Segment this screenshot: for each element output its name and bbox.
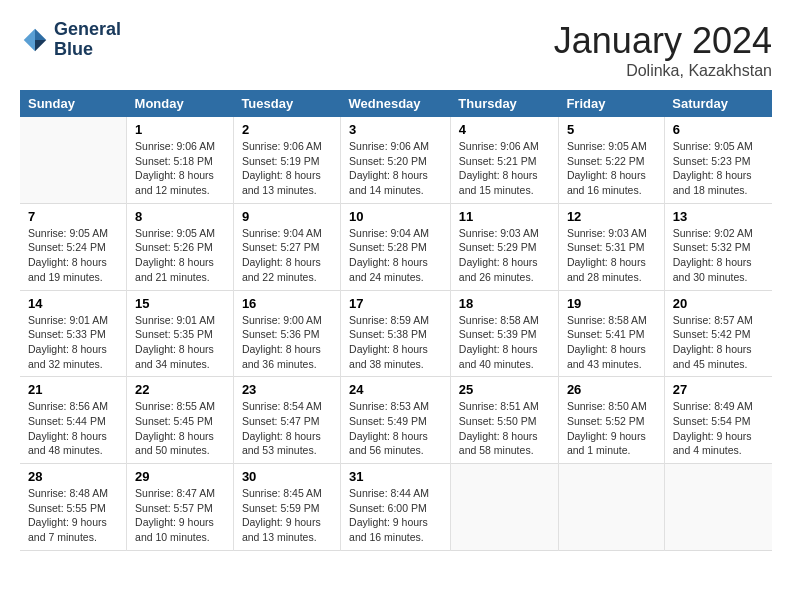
calendar-cell: 7Sunrise: 9:05 AMSunset: 5:24 PMDaylight… (20, 203, 127, 290)
day-number: 26 (567, 382, 656, 397)
day-info: Sunrise: 8:57 AMSunset: 5:42 PMDaylight:… (673, 313, 764, 372)
day-number: 3 (349, 122, 442, 137)
calendar-cell: 4Sunrise: 9:06 AMSunset: 5:21 PMDaylight… (450, 117, 558, 203)
title-block: January 2024 Dolinka, Kazakhstan (554, 20, 772, 80)
calendar-cell: 24Sunrise: 8:53 AMSunset: 5:49 PMDayligh… (341, 377, 451, 464)
day-number: 16 (242, 296, 332, 311)
weekday-header-monday: Monday (127, 90, 234, 117)
day-number: 14 (28, 296, 118, 311)
logo-text: General Blue (54, 20, 121, 60)
calendar-cell: 23Sunrise: 8:54 AMSunset: 5:47 PMDayligh… (233, 377, 340, 464)
logo-line2: Blue (54, 40, 121, 60)
day-info: Sunrise: 9:01 AMSunset: 5:33 PMDaylight:… (28, 313, 118, 372)
day-number: 5 (567, 122, 656, 137)
day-number: 15 (135, 296, 225, 311)
day-number: 1 (135, 122, 225, 137)
day-number: 31 (349, 469, 442, 484)
page-header: General Blue January 2024 Dolinka, Kazak… (20, 20, 772, 80)
calendar-cell: 27Sunrise: 8:49 AMSunset: 5:54 PMDayligh… (664, 377, 772, 464)
calendar-cell: 25Sunrise: 8:51 AMSunset: 5:50 PMDayligh… (450, 377, 558, 464)
day-info: Sunrise: 9:06 AMSunset: 5:20 PMDaylight:… (349, 139, 442, 198)
calendar-cell: 28Sunrise: 8:48 AMSunset: 5:55 PMDayligh… (20, 464, 127, 551)
calendar-cell: 19Sunrise: 8:58 AMSunset: 5:41 PMDayligh… (558, 290, 664, 377)
day-info: Sunrise: 8:44 AMSunset: 6:00 PMDaylight:… (349, 486, 442, 545)
day-number: 23 (242, 382, 332, 397)
calendar-cell: 10Sunrise: 9:04 AMSunset: 5:28 PMDayligh… (341, 203, 451, 290)
calendar-cell: 31Sunrise: 8:44 AMSunset: 6:00 PMDayligh… (341, 464, 451, 551)
week-row-5: 28Sunrise: 8:48 AMSunset: 5:55 PMDayligh… (20, 464, 772, 551)
day-number: 13 (673, 209, 764, 224)
day-number: 25 (459, 382, 550, 397)
day-number: 6 (673, 122, 764, 137)
calendar-cell: 13Sunrise: 9:02 AMSunset: 5:32 PMDayligh… (664, 203, 772, 290)
day-info: Sunrise: 9:06 AMSunset: 5:21 PMDaylight:… (459, 139, 550, 198)
day-info: Sunrise: 9:02 AMSunset: 5:32 PMDaylight:… (673, 226, 764, 285)
day-number: 4 (459, 122, 550, 137)
day-number: 17 (349, 296, 442, 311)
week-row-4: 21Sunrise: 8:56 AMSunset: 5:44 PMDayligh… (20, 377, 772, 464)
month-title: January 2024 (554, 20, 772, 62)
calendar-cell (20, 117, 127, 203)
day-number: 30 (242, 469, 332, 484)
svg-marker-2 (24, 29, 35, 52)
day-number: 22 (135, 382, 225, 397)
logo-line1: General (54, 20, 121, 40)
calendar-cell: 16Sunrise: 9:00 AMSunset: 5:36 PMDayligh… (233, 290, 340, 377)
day-info: Sunrise: 8:54 AMSunset: 5:47 PMDaylight:… (242, 399, 332, 458)
calendar-body: 1Sunrise: 9:06 AMSunset: 5:18 PMDaylight… (20, 117, 772, 550)
day-info: Sunrise: 9:06 AMSunset: 5:19 PMDaylight:… (242, 139, 332, 198)
calendar-cell: 18Sunrise: 8:58 AMSunset: 5:39 PMDayligh… (450, 290, 558, 377)
calendar-header: SundayMondayTuesdayWednesdayThursdayFrid… (20, 90, 772, 117)
day-number: 11 (459, 209, 550, 224)
day-info: Sunrise: 8:50 AMSunset: 5:52 PMDaylight:… (567, 399, 656, 458)
calendar-cell (558, 464, 664, 551)
calendar-cell: 30Sunrise: 8:45 AMSunset: 5:59 PMDayligh… (233, 464, 340, 551)
day-number: 10 (349, 209, 442, 224)
calendar-cell: 12Sunrise: 9:03 AMSunset: 5:31 PMDayligh… (558, 203, 664, 290)
calendar-cell: 6Sunrise: 9:05 AMSunset: 5:23 PMDaylight… (664, 117, 772, 203)
weekday-header-friday: Friday (558, 90, 664, 117)
day-number: 19 (567, 296, 656, 311)
day-info: Sunrise: 9:05 AMSunset: 5:24 PMDaylight:… (28, 226, 118, 285)
day-info: Sunrise: 8:51 AMSunset: 5:50 PMDaylight:… (459, 399, 550, 458)
day-info: Sunrise: 8:55 AMSunset: 5:45 PMDaylight:… (135, 399, 225, 458)
day-info: Sunrise: 8:59 AMSunset: 5:38 PMDaylight:… (349, 313, 442, 372)
svg-marker-0 (35, 29, 46, 40)
day-info: Sunrise: 9:03 AMSunset: 5:29 PMDaylight:… (459, 226, 550, 285)
calendar-cell: 11Sunrise: 9:03 AMSunset: 5:29 PMDayligh… (450, 203, 558, 290)
calendar-table: SundayMondayTuesdayWednesdayThursdayFrid… (20, 90, 772, 551)
day-number: 8 (135, 209, 225, 224)
day-info: Sunrise: 9:05 AMSunset: 5:23 PMDaylight:… (673, 139, 764, 198)
day-number: 29 (135, 469, 225, 484)
day-info: Sunrise: 9:05 AMSunset: 5:26 PMDaylight:… (135, 226, 225, 285)
day-number: 7 (28, 209, 118, 224)
day-info: Sunrise: 9:04 AMSunset: 5:27 PMDaylight:… (242, 226, 332, 285)
calendar-cell: 14Sunrise: 9:01 AMSunset: 5:33 PMDayligh… (20, 290, 127, 377)
weekday-header-thursday: Thursday (450, 90, 558, 117)
svg-marker-1 (35, 40, 46, 51)
week-row-2: 7Sunrise: 9:05 AMSunset: 5:24 PMDaylight… (20, 203, 772, 290)
day-info: Sunrise: 9:05 AMSunset: 5:22 PMDaylight:… (567, 139, 656, 198)
day-info: Sunrise: 8:48 AMSunset: 5:55 PMDaylight:… (28, 486, 118, 545)
day-info: Sunrise: 9:00 AMSunset: 5:36 PMDaylight:… (242, 313, 332, 372)
day-number: 2 (242, 122, 332, 137)
calendar-cell: 2Sunrise: 9:06 AMSunset: 5:19 PMDaylight… (233, 117, 340, 203)
location: Dolinka, Kazakhstan (554, 62, 772, 80)
day-info: Sunrise: 8:45 AMSunset: 5:59 PMDaylight:… (242, 486, 332, 545)
calendar-cell (664, 464, 772, 551)
calendar-cell: 15Sunrise: 9:01 AMSunset: 5:35 PMDayligh… (127, 290, 234, 377)
calendar-cell: 17Sunrise: 8:59 AMSunset: 5:38 PMDayligh… (341, 290, 451, 377)
day-info: Sunrise: 9:04 AMSunset: 5:28 PMDaylight:… (349, 226, 442, 285)
day-info: Sunrise: 8:58 AMSunset: 5:41 PMDaylight:… (567, 313, 656, 372)
day-info: Sunrise: 9:06 AMSunset: 5:18 PMDaylight:… (135, 139, 225, 198)
logo: General Blue (20, 20, 121, 60)
calendar-cell: 22Sunrise: 8:55 AMSunset: 5:45 PMDayligh… (127, 377, 234, 464)
calendar-cell: 9Sunrise: 9:04 AMSunset: 5:27 PMDaylight… (233, 203, 340, 290)
calendar-cell (450, 464, 558, 551)
week-row-1: 1Sunrise: 9:06 AMSunset: 5:18 PMDaylight… (20, 117, 772, 203)
day-number: 27 (673, 382, 764, 397)
day-number: 18 (459, 296, 550, 311)
weekday-header-tuesday: Tuesday (233, 90, 340, 117)
calendar-cell: 26Sunrise: 8:50 AMSunset: 5:52 PMDayligh… (558, 377, 664, 464)
day-info: Sunrise: 8:58 AMSunset: 5:39 PMDaylight:… (459, 313, 550, 372)
